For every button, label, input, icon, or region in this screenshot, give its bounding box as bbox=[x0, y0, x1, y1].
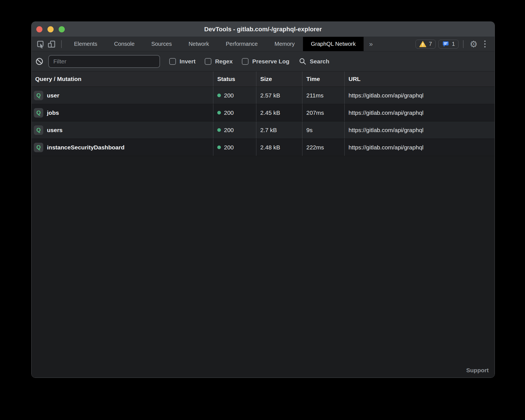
status-ok-dot bbox=[217, 145, 221, 149]
tab-network[interactable]: Network bbox=[180, 37, 217, 51]
device-toolbar-button[interactable] bbox=[46, 37, 57, 51]
time-value: 207ms bbox=[302, 104, 344, 121]
invert-checkbox[interactable]: Invert bbox=[169, 58, 195, 65]
window-title: DevTools - gitlab.com/-/graphql-explorer bbox=[32, 22, 495, 37]
tab-console[interactable]: Console bbox=[106, 37, 143, 51]
tab-performance[interactable]: Performance bbox=[218, 37, 266, 51]
tab-label: Sources bbox=[151, 41, 172, 47]
table-row[interactable]: Q user 200 2.57 kB 211ms https://gitlab.… bbox=[32, 87, 495, 104]
chevron-double-right-icon: » bbox=[369, 40, 373, 48]
clear-button[interactable] bbox=[35, 58, 43, 65]
tab-sources[interactable]: Sources bbox=[143, 37, 180, 51]
url-value: https://gitlab.com/api/graphql bbox=[344, 139, 495, 156]
query-name: instanceSecurityDashboard bbox=[47, 144, 125, 151]
status-code: 200 bbox=[224, 109, 234, 116]
more-tabs-button[interactable]: » bbox=[364, 37, 378, 51]
size-value: 2.48 kB bbox=[256, 139, 302, 156]
devtools-window: DevTools - gitlab.com/-/graphql-explorer bbox=[31, 22, 495, 378]
query-type-badge: Q bbox=[34, 143, 43, 152]
status-code: 200 bbox=[224, 127, 234, 133]
status-ok-dot bbox=[217, 94, 221, 97]
preserve-log-checkbox[interactable]: Preserve Log bbox=[242, 58, 289, 65]
inspect-element-button[interactable] bbox=[35, 37, 46, 51]
tab-graphql-network[interactable]: GraphQL Network bbox=[303, 37, 363, 51]
column-header-time[interactable]: Time bbox=[302, 71, 344, 87]
search-button[interactable]: Search bbox=[299, 58, 329, 65]
size-value: 2.57 kB bbox=[256, 87, 302, 104]
checkbox-box[interactable] bbox=[205, 58, 211, 65]
search-label: Search bbox=[310, 58, 329, 65]
toolbar-divider bbox=[463, 40, 464, 48]
kebab-icon bbox=[484, 40, 486, 42]
message-icon bbox=[442, 40, 449, 48]
query-type-badge: Q bbox=[34, 125, 43, 135]
panel-empty-area: Support bbox=[32, 156, 495, 378]
query-name: jobs bbox=[47, 109, 59, 116]
tab-label: GraphQL Network bbox=[311, 41, 355, 47]
time-value: 9s bbox=[302, 121, 344, 139]
settings-button[interactable]: ⚙ bbox=[468, 40, 479, 49]
tabbar-right-controls: 7 1 ⚙ bbox=[416, 37, 495, 51]
table-header: Query / Mutation Status Size Time URL bbox=[32, 71, 495, 87]
checkbox-box[interactable] bbox=[242, 58, 249, 65]
query-name: users bbox=[47, 127, 63, 133]
time-value: 222ms bbox=[302, 139, 344, 156]
time-value: 211ms bbox=[302, 87, 344, 104]
checkbox-label: Preserve Log bbox=[252, 58, 289, 65]
column-header-url[interactable]: URL bbox=[344, 71, 495, 87]
table-row[interactable]: Q instanceSecurityDashboard 200 2.48 kB … bbox=[32, 139, 495, 156]
tab-elements[interactable]: Elements bbox=[66, 37, 106, 51]
inspect-cursor-icon bbox=[36, 40, 45, 48]
gear-icon: ⚙ bbox=[470, 40, 478, 49]
size-value: 2.7 kB bbox=[256, 121, 302, 139]
query-type-badge: Q bbox=[34, 91, 43, 100]
filter-input[interactable] bbox=[48, 55, 160, 68]
devtools-tab-bar: Elements Console Sources Network Perform… bbox=[32, 37, 495, 51]
table-row[interactable]: Q jobs 200 2.45 kB 207ms https://gitlab.… bbox=[32, 104, 495, 121]
tab-label: Memory bbox=[275, 41, 295, 47]
title-bar: DevTools - gitlab.com/-/graphql-explorer bbox=[32, 22, 495, 37]
warning-icon bbox=[419, 41, 426, 47]
warnings-badge[interactable]: 7 bbox=[416, 40, 436, 49]
menu-button[interactable] bbox=[482, 40, 488, 47]
warning-count: 7 bbox=[429, 41, 432, 47]
tab-label: Network bbox=[188, 41, 209, 47]
tab-label: Performance bbox=[226, 41, 258, 47]
checkbox-box[interactable] bbox=[169, 58, 176, 65]
tab-memory[interactable]: Memory bbox=[266, 37, 303, 51]
status-ok-dot bbox=[217, 128, 221, 132]
column-header-size[interactable]: Size bbox=[256, 71, 302, 87]
checkbox-label: Invert bbox=[180, 58, 195, 65]
size-value: 2.45 kB bbox=[256, 104, 302, 121]
block-icon bbox=[35, 58, 43, 65]
filter-bar: Invert Regex Preserve Log Search bbox=[32, 51, 495, 71]
column-header-status[interactable]: Status bbox=[213, 71, 256, 87]
checkbox-label: Regex bbox=[215, 58, 233, 65]
message-count: 1 bbox=[452, 41, 455, 47]
tab-label: Elements bbox=[74, 41, 97, 47]
query-type-badge: Q bbox=[34, 108, 43, 118]
status-code: 200 bbox=[224, 92, 234, 99]
url-value: https://gitlab.com/api/graphql bbox=[344, 87, 495, 104]
toolbar-divider bbox=[61, 40, 62, 48]
status-code: 200 bbox=[224, 144, 234, 151]
device-toolbar-icon bbox=[47, 40, 56, 48]
support-link[interactable]: Support bbox=[466, 367, 489, 374]
url-value: https://gitlab.com/api/graphql bbox=[344, 104, 495, 121]
regex-checkbox[interactable]: Regex bbox=[205, 58, 233, 65]
table-row[interactable]: Q users 200 2.7 kB 9s https://gitlab.com… bbox=[32, 121, 495, 139]
request-table-body: Q user 200 2.57 kB 211ms https://gitlab.… bbox=[32, 87, 495, 156]
issues-badge[interactable]: 1 bbox=[438, 40, 459, 49]
status-ok-dot bbox=[217, 111, 221, 114]
search-icon bbox=[299, 58, 306, 65]
column-header-query-mutation[interactable]: Query / Mutation bbox=[32, 71, 213, 87]
query-name: user bbox=[47, 92, 59, 99]
url-value: https://gitlab.com/api/graphql bbox=[344, 121, 495, 139]
tab-label: Console bbox=[114, 41, 134, 47]
